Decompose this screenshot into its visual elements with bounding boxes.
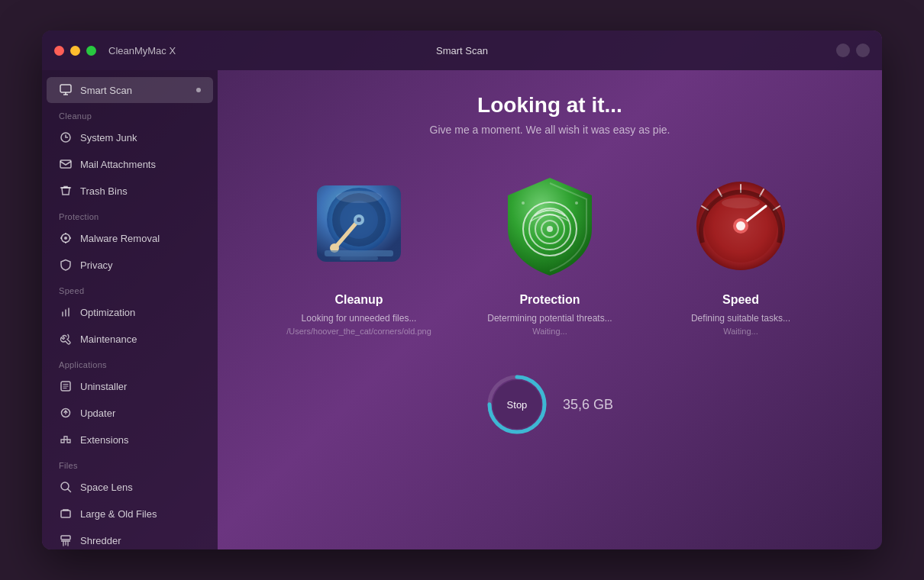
svg-point-41 [575, 201, 578, 205]
protection-icon [493, 166, 607, 281]
sidebar-item-label: Optimization [80, 307, 135, 318]
traffic-lights [54, 46, 96, 56]
smart-scan-icon [59, 83, 73, 97]
stop-button-container: Stop [486, 374, 548, 435]
optimization-icon [59, 305, 73, 319]
sidebar-item-label: Trash Bins [80, 185, 128, 197]
section-cleanup-label: Cleanup [42, 104, 218, 124]
title-bar-controls [836, 44, 870, 57]
large-files-icon [59, 507, 73, 520]
sidebar-item-updater[interactable]: Updater [47, 400, 213, 426]
protection-card: Protection Determining potential threats… [466, 166, 634, 336]
sidebar-item-label: Malware Removal [80, 233, 160, 244]
svg-rect-0 [60, 85, 71, 92]
sidebar-item-label: Uninstaller [80, 381, 127, 392]
svg-point-39 [547, 226, 553, 232]
content-area: Smart Scan Cleanup System Junk [42, 70, 882, 549]
sidebar-item-space-lens[interactable]: Space Lens [47, 474, 213, 500]
cleanup-card-title: Cleanup [334, 293, 383, 307]
shredder-icon [59, 533, 73, 547]
minimize-button[interactable] [70, 46, 80, 56]
more-dot[interactable] [856, 44, 870, 57]
speed-card-status: Defining suitable tasks... [691, 313, 790, 324]
settings-dot[interactable] [836, 44, 850, 57]
sidebar-item-label: Smart Scan [80, 85, 132, 96]
close-button[interactable] [54, 46, 64, 56]
svg-point-34 [336, 191, 382, 203]
sidebar-item-label: Mail Attachments [80, 159, 156, 170]
stop-button[interactable]: Stop [493, 380, 541, 429]
scan-size: 35,6 GB [563, 397, 613, 413]
sidebar-item-extensions[interactable]: Extensions [47, 427, 213, 453]
sidebar-item-privacy[interactable]: Privacy [47, 252, 213, 278]
svg-point-6 [64, 237, 67, 240]
sidebar-item-mail-attachments[interactable]: Mail Attachments [47, 151, 213, 177]
cleanup-card-status: Looking for unneeded files... [302, 313, 417, 324]
extensions-icon [59, 433, 73, 446]
sidebar-item-label: Shredder [80, 535, 121, 546]
svg-rect-31 [340, 256, 378, 260]
scan-cards: Cleanup Looking for unneeded files... /U… [275, 166, 825, 336]
sidebar-item-large-old-files[interactable]: Large & Old Files [47, 501, 213, 527]
svg-point-33 [357, 218, 361, 222]
active-indicator [196, 88, 201, 92]
sidebar-item-maintenance[interactable]: Maintenance [47, 326, 213, 352]
app-title: CleanMyMac X [108, 45, 176, 56]
svg-point-52 [722, 198, 760, 208]
malware-icon [59, 231, 73, 245]
sidebar-item-system-junk[interactable]: System Junk [47, 124, 213, 150]
sidebar-item-smart-scan[interactable]: Smart Scan [47, 77, 213, 103]
sidebar-item-label: System Junk [80, 132, 137, 143]
section-speed-label: Speed [42, 279, 218, 298]
sidebar: Smart Scan Cleanup System Junk [42, 70, 218, 549]
sidebar-item-label: Space Lens [80, 482, 133, 493]
privacy-icon [59, 258, 73, 272]
protection-card-status: Determining potential threats... [487, 313, 612, 324]
protection-card-title: Protection [519, 293, 580, 307]
sidebar-item-label: Privacy [80, 259, 113, 271]
updater-icon [59, 406, 73, 420]
uninstaller-icon [59, 379, 73, 393]
cleanup-icon [302, 166, 416, 281]
sidebar-item-uninstaller[interactable]: Uninstaller [47, 373, 213, 399]
sidebar-item-label: Maintenance [80, 334, 137, 345]
title-bar: CleanMyMac X Smart Scan [42, 31, 882, 70]
svg-rect-4 [60, 160, 71, 168]
cleanup-card: Cleanup Looking for unneeded files... /U… [275, 166, 443, 336]
main-window: CleanMyMac X Smart Scan Smart Scan [42, 31, 882, 549]
cleanup-card-detail: /Users/hoover_the_cat/corners/old.png [286, 327, 431, 336]
section-applications-label: Applications [42, 353, 218, 372]
sidebar-item-malware-removal[interactable]: Malware Removal [47, 225, 213, 251]
main-title: Looking at it... [477, 93, 622, 118]
svg-point-40 [522, 201, 525, 205]
svg-rect-18 [61, 511, 70, 517]
svg-rect-19 [61, 536, 70, 540]
sidebar-item-trash-bins[interactable]: Trash Bins [47, 178, 213, 204]
svg-rect-30 [325, 250, 393, 256]
space-lens-icon [59, 480, 73, 494]
stop-section: Stop 35,6 GB [486, 374, 613, 435]
mail-icon [59, 157, 73, 171]
section-files-label: Files [42, 453, 218, 473]
sidebar-item-shredder[interactable]: Shredder [47, 527, 213, 549]
trash-icon [59, 184, 73, 198]
speed-card: Speed Defining suitable tasks... Waiting… [657, 166, 825, 336]
svg-line-17 [68, 489, 71, 492]
sidebar-item-label: Extensions [80, 434, 129, 446]
speed-card-title: Speed [722, 293, 759, 307]
maximize-button[interactable] [86, 46, 96, 56]
title-bar-title: Smart Scan [436, 45, 488, 56]
sidebar-item-label: Large & Old Files [80, 508, 157, 520]
protection-card-detail: Waiting... [532, 327, 567, 336]
sidebar-item-optimization[interactable]: Optimization [47, 299, 213, 325]
system-junk-icon [59, 130, 73, 144]
speed-card-detail: Waiting... [723, 327, 758, 336]
speed-icon [683, 166, 798, 281]
maintenance-icon [59, 332, 73, 346]
main-subtitle: Give me a moment. We all wish it was eas… [430, 124, 670, 136]
section-protection-label: Protection [42, 205, 218, 224]
svg-point-51 [736, 221, 745, 230]
sidebar-item-label: Updater [80, 408, 115, 419]
main-content: Looking at it... Give me a moment. We al… [218, 70, 882, 549]
